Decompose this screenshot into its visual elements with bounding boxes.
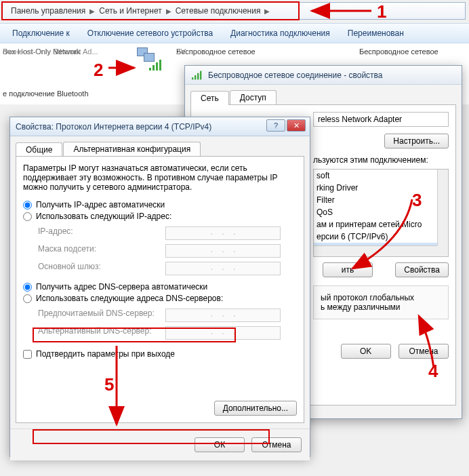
- toolbar-item-connect[interactable]: Подключение к: [4, 26, 78, 41]
- list-item[interactable]: QoS: [314, 206, 448, 218]
- ok-button[interactable]: OK: [341, 344, 391, 359]
- window-title: Беспроводное сетевое соединение - свойст…: [208, 71, 383, 80]
- chevron-right-icon: ▶: [89, 7, 95, 15]
- close-button[interactable]: ✕: [287, 119, 306, 132]
- window-titlebar[interactable]: Свойства: Протокол Интернета версии 4 (T…: [10, 117, 310, 136]
- radio-auto-ip-input[interactable]: [23, 201, 32, 210]
- connection-name[interactable]: Беспроводное сетевое: [359, 47, 439, 56]
- list-item[interactable]: rking Driver: [314, 182, 448, 194]
- mask-input: . . .: [165, 244, 281, 258]
- components-listbox[interactable]: soft rking Driver Filter QoS ам и принте…: [313, 169, 449, 257]
- list-item[interactable]: soft: [314, 170, 448, 182]
- cancel-button[interactable]: Отмена: [251, 437, 302, 452]
- tab-network[interactable]: Сеть: [190, 91, 229, 105]
- connection-line2: ZV: [176, 47, 186, 56]
- radio-manual-dns-input[interactable]: [23, 294, 32, 303]
- description-text: ый протокол глобальных: [321, 293, 441, 302]
- install-button[interactable]: ить: [323, 262, 373, 277]
- dns2-label: Альтернативный DNS-сервер:: [38, 326, 160, 340]
- ok-button[interactable]: ОК: [195, 437, 245, 452]
- help-button[interactable]: ?: [266, 119, 285, 132]
- mask-label: Маска подсети:: [38, 244, 160, 258]
- tab-alternate[interactable]: Альтернативная конфигурация: [63, 142, 201, 156]
- toolbar-item-diagnose[interactable]: Диагностика подключения: [222, 26, 338, 41]
- dns2-input: . . .: [165, 326, 281, 340]
- window-titlebar[interactable]: Беспроводное сетевое соединение - свойст…: [185, 66, 462, 85]
- breadcrumb-item[interactable]: Панель управления: [7, 6, 89, 16]
- checkbox-validate-input[interactable]: [23, 350, 32, 359]
- connection-adapter: Box Host-Only Ethernet Ad...: [3, 47, 98, 56]
- toolbar-item-disable[interactable]: Отключение сетевого устройства: [79, 26, 221, 41]
- cancel-button[interactable]: Отмена: [399, 344, 449, 359]
- adapter-field: reless Network Adapter: [313, 112, 449, 127]
- radio-manual-ip[interactable]: Использовать следующий IP-адрес:: [23, 212, 297, 221]
- dns1-input: . . .: [165, 309, 281, 322]
- configure-button[interactable]: Настроить...: [384, 134, 449, 148]
- list-item[interactable]: ам и принтерам сетей Micro: [314, 218, 448, 231]
- chevron-right-icon: ▶: [264, 7, 270, 15]
- scrollbar-corner: [437, 245, 448, 256]
- advanced-button[interactable]: Дополнительно...: [214, 401, 297, 416]
- list-item[interactable]: ерсии 6 (TCP/IPv6): [314, 231, 448, 243]
- description-text: Параметры IP могут назначаться автоматич…: [23, 163, 297, 192]
- toolbar-item-rename[interactable]: Переименован: [340, 26, 412, 41]
- ip-input: . . .: [165, 226, 281, 240]
- ip-label: IP-адрес:: [38, 226, 160, 240]
- command-bar: Подключение к Отключение сетевого устрой…: [0, 23, 469, 43]
- connection-name[interactable]: е подключение Bluetooth: [3, 90, 89, 98]
- signal-icon: [149, 60, 163, 71]
- radio-manual-ip-input[interactable]: [23, 212, 32, 221]
- ipv4-properties-dialog: Свойства: Протокол Интернета версии 4 (T…: [9, 117, 310, 457]
- checkbox-validate[interactable]: Подтвердить параметры при выходе: [23, 349, 297, 359]
- chevron-right-icon: ▶: [166, 7, 171, 15]
- list-item[interactable]: Filter: [314, 194, 448, 206]
- breadcrumb-item[interactable]: Сетевые подключения: [171, 6, 265, 16]
- tab-general[interactable]: Общие: [16, 142, 62, 157]
- dns1-label: Предпочитаемый DNS-сервер:: [38, 309, 160, 322]
- tab-sharing[interactable]: Доступ: [230, 90, 277, 104]
- radio-auto-dns-input[interactable]: [23, 283, 32, 292]
- scrollbar-vertical[interactable]: [437, 170, 448, 245]
- gateway-label: Основной шлюз:: [38, 262, 160, 275]
- radio-auto-dns[interactable]: Получить адрес DNS-сервера автоматически: [23, 282, 297, 292]
- breadcrumb-item[interactable]: Сеть и Интернет: [95, 6, 165, 16]
- breadcrumb[interactable]: Панель управления ▶ Сеть и Интернет ▶ Се…: [2, 2, 466, 20]
- gateway-input: . . .: [165, 262, 281, 275]
- connection-name[interactable]: Беспроводное сетевое: [176, 47, 256, 56]
- window-title: Свойства: Протокол Интернета версии 4 (T…: [16, 122, 211, 132]
- properties-button[interactable]: Свойства: [395, 262, 449, 277]
- signal-icon: [192, 71, 203, 79]
- scrollbar-horizontal[interactable]: [314, 245, 437, 256]
- uses-label: льзуются этим подключением:: [313, 155, 449, 165]
- radio-manual-dns[interactable]: Использовать следующие адреса DNS-сервер…: [23, 294, 297, 303]
- radio-auto-ip[interactable]: Получить IP-адрес автоматически: [23, 200, 297, 210]
- description-text: ь между различными: [321, 302, 441, 312]
